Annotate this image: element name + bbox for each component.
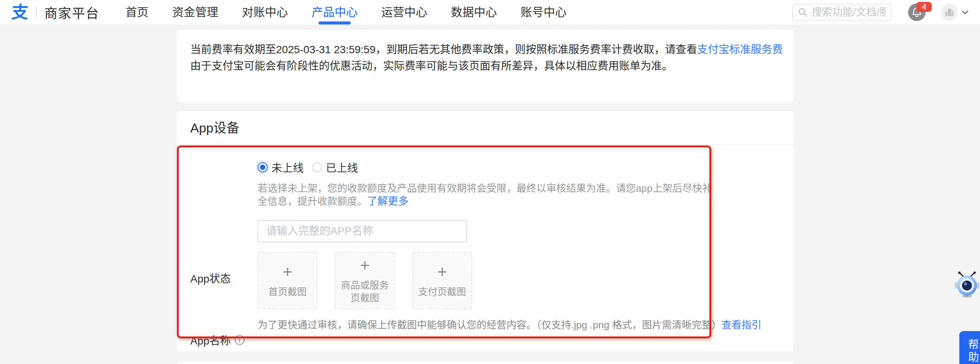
- radio-not-online[interactable]: 未上线: [258, 160, 304, 175]
- app-status-radio-group: 未上线 已上线: [258, 160, 363, 175]
- account-menu[interactable]: [941, 4, 969, 21]
- app-status-help-line2-text: 全信息，提升收款额度。: [258, 196, 367, 207]
- learn-more-link[interactable]: 了解更多: [367, 196, 408, 207]
- nav-item-operations[interactable]: 运营中心: [381, 0, 428, 24]
- rate-notice-card: 当前费率有效期至2025-03-31 23:59:59，到期后若无其他费率政策，…: [177, 30, 794, 102]
- notification-count-badge: 4: [916, 2, 932, 12]
- nav-item-data[interactable]: 数据中心: [450, 0, 498, 24]
- nav-item-reconciliation[interactable]: 对账中心: [241, 0, 289, 24]
- main-nav: 首页 资金管理 对账中心 产品中心 运营中心 数据中心 账号中心: [125, 0, 590, 24]
- search-input[interactable]: [812, 7, 886, 18]
- view-guide-link[interactable]: 查看指引: [722, 319, 761, 331]
- chevron-down-icon: [962, 10, 969, 15]
- upload-hint: 为了更快通过审核，请确保上传截图中能够确认您的经营内容。（仅支持.jpg .pn…: [258, 317, 761, 331]
- alipay-logo[interactable]: 支 商家平台: [11, 3, 100, 22]
- upload-home-screenshot[interactable]: + 首页截图: [258, 252, 317, 309]
- plus-icon: +: [360, 257, 370, 274]
- help-center-button[interactable]: 帮助中心: [959, 331, 980, 364]
- app-status-help-line2: 全信息，提升收款额度。了解更多: [258, 195, 712, 208]
- building-icon: [944, 7, 955, 18]
- upload-payment-screenshot[interactable]: + 支付页截图: [412, 252, 472, 309]
- radio-online[interactable]: 已上线: [312, 160, 358, 175]
- brand-title: 商家平台: [44, 3, 100, 22]
- app-status-help-line1: 若选择未上架，您的收款额度及产品使用有效期将会受限，最终以审核结果为准。请您ap…: [258, 182, 712, 195]
- plus-icon: +: [283, 263, 292, 280]
- app-device-card: App设备 App状态 未上线 已上线 若选择未上架，您的收款额度及产品使用有效…: [177, 111, 794, 351]
- nav-item-home[interactable]: 首页: [125, 0, 149, 24]
- upload-product-label: 商品或服务页截图: [336, 279, 394, 304]
- header-right: 4: [792, 3, 969, 21]
- nav-item-funds[interactable]: 资金管理: [172, 0, 219, 24]
- search-icon: [798, 7, 808, 17]
- logo-divider: [36, 7, 37, 18]
- radio-not-online-label: 未上线: [271, 160, 304, 175]
- plus-icon: +: [437, 263, 447, 280]
- upload-payment-label: 支付页截图: [415, 286, 469, 298]
- upload-home-label: 首页截图: [265, 286, 310, 298]
- rate-notice-line2: 由于支付宝可能会有阶段性的优惠活动，实际费率可能与该页面有所差异，具体以相应费用…: [190, 58, 794, 74]
- nav-item-products-label: 产品中心: [312, 6, 358, 18]
- search-box[interactable]: [792, 4, 891, 21]
- notifications-button[interactable]: 4: [908, 3, 926, 21]
- section-title: App设备: [190, 118, 240, 136]
- assistant-robot-icon[interactable]: [955, 271, 979, 300]
- rate-notice-line1: 当前费率有效期至2025-03-31 23:59:59，到期后若无其他费率政策，…: [190, 41, 794, 58]
- app-status-help: 若选择未上架，您的收款额度及产品使用有效期将会受限，最终以审核结果为准。请您ap…: [258, 182, 712, 208]
- avatar: [941, 4, 958, 21]
- top-nav-bar: 支 商家平台 首页 资金管理 对账中心 产品中心 运营中心 数据中心 账号中心: [0, 0, 980, 24]
- nav-item-products[interactable]: 产品中心: [311, 0, 358, 24]
- app-name-input[interactable]: [258, 220, 467, 242]
- active-tab-underline: [318, 21, 351, 24]
- standard-service-fee-link[interactable]: 支付宝标准服务费: [697, 44, 783, 55]
- next-section-card: [177, 361, 794, 364]
- section-divider: [177, 144, 794, 145]
- alipay-logo-icon: 支: [11, 4, 29, 21]
- info-icon[interactable]: [235, 335, 245, 345]
- app-name-label-row: App名称: [190, 332, 245, 348]
- upload-hint-text: 为了更快通过审核，请确保上传截图中能够确认您的经营内容。（仅支持.jpg .pn…: [258, 319, 722, 331]
- rate-notice-line1-text: 当前费率有效期至2025-03-31 23:59:59，到期后若无其他费率政策，…: [190, 44, 697, 55]
- radio-unselected-icon: [312, 162, 322, 172]
- upload-product-screenshot[interactable]: + 商品或服务页截图: [335, 252, 395, 309]
- radio-selected-icon: [258, 162, 268, 172]
- app-status-label: App状态: [190, 270, 231, 286]
- nav-item-account[interactable]: 账号中心: [520, 0, 567, 24]
- upload-row: + 首页截图 + 商品或服务页截图 + 支付页截图: [258, 252, 490, 309]
- app-name-label: App名称: [190, 332, 231, 348]
- radio-online-label: 已上线: [326, 160, 358, 175]
